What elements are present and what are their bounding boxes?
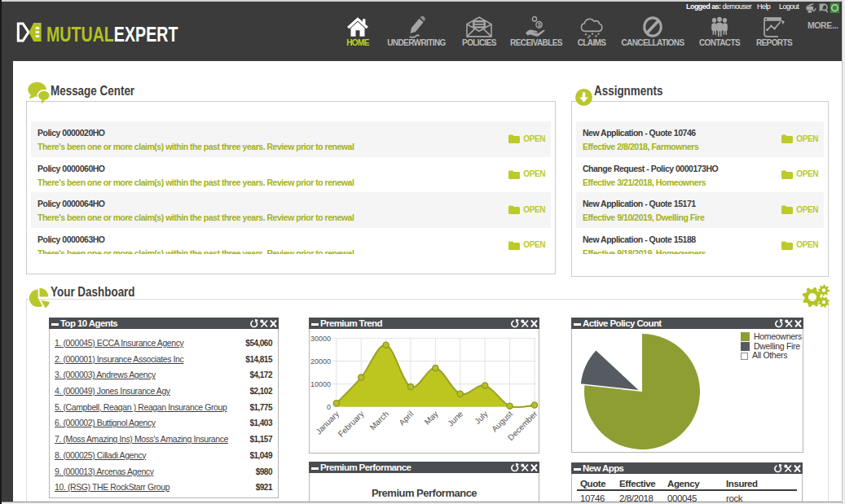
svg-text:August: August — [490, 409, 514, 433]
svg-text:20000: 20000 — [310, 357, 331, 366]
svg-text:10000: 10000 — [310, 380, 331, 388]
svg-text:July: July — [473, 410, 489, 426]
svg-text:February: February — [337, 410, 366, 439]
svg-text:0: 0 — [327, 403, 331, 411]
svg-text:May: May — [423, 410, 440, 427]
svg-text:April: April — [397, 410, 415, 427]
svg-text:June: June — [446, 409, 464, 427]
svg-text:March: March — [368, 410, 390, 432]
svg-text:30000: 30000 — [310, 335, 331, 343]
